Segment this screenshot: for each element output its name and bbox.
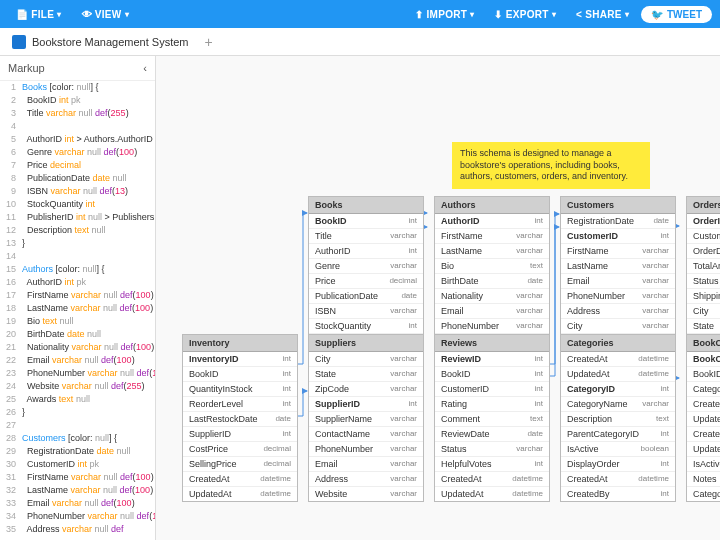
table-row[interactable]: QuantityInStockint	[183, 382, 297, 397]
table-row[interactable]: Pricedecimal	[309, 274, 423, 289]
table-row[interactable]: ShippingAddress	[687, 289, 720, 304]
table-row[interactable]: Ratingint	[435, 397, 549, 412]
table-row[interactable]: BookID	[687, 367, 720, 382]
table-row[interactable]: Emailvarchar	[435, 304, 549, 319]
tweet-button[interactable]: 🐦TWEET	[641, 6, 712, 23]
table-row[interactable]: CreatedBy	[687, 427, 720, 442]
table-row[interactable]: ReviewDatedate	[435, 427, 549, 442]
table-header[interactable]: Customers	[561, 197, 675, 214]
table-row[interactable]: SupplierNamevarchar	[309, 412, 423, 427]
table-row[interactable]: FirstNamevarchar	[561, 244, 675, 259]
table-header[interactable]: Authors	[435, 197, 549, 214]
table-row[interactable]: RegistrationDatedate	[561, 214, 675, 229]
table-row[interactable]: HelpfulVotesint	[435, 457, 549, 472]
table-row[interactable]: Commenttext	[435, 412, 549, 427]
sticky-note[interactable]: This schema is designed to manage a book…	[452, 142, 650, 189]
table-row[interactable]: SellingPricedecimal	[183, 457, 297, 472]
table-row[interactable]: Cityvarchar	[561, 319, 675, 334]
table-row[interactable]: UpdatedAtdatetime	[561, 367, 675, 382]
table-row[interactable]: OrderID	[687, 214, 720, 229]
tab-add-button[interactable]: +	[201, 34, 217, 50]
table-header[interactable]: Categories	[561, 335, 675, 352]
table-header[interactable]: Orders	[687, 197, 720, 214]
table-row[interactable]: Addressvarchar	[561, 304, 675, 319]
table-row[interactable]: DisplayOrderint	[561, 457, 675, 472]
table-row[interactable]: Emailvarchar	[309, 457, 423, 472]
share-menu[interactable]: <SHARE▾	[568, 5, 637, 24]
table-row[interactable]: ReviewIDint	[435, 352, 549, 367]
table-row[interactable]: IsActiveboolean	[561, 442, 675, 457]
table-row[interactable]: Addressvarchar	[309, 472, 423, 487]
tab-schema[interactable]: Bookstore Management System	[8, 35, 193, 49]
table-row[interactable]: CreatedAtdatetime	[183, 472, 297, 487]
table-row[interactable]: PhoneNumbervarchar	[561, 289, 675, 304]
collapse-icon[interactable]: ‹	[143, 62, 147, 74]
table-row[interactable]: City	[687, 304, 720, 319]
table-row[interactable]: ReorderLevelint	[183, 397, 297, 412]
table-categories[interactable]: CategoriesCreatedAtdatetimeUpdatedAtdate…	[560, 334, 676, 502]
table-row[interactable]: Notes	[687, 472, 720, 487]
canvas[interactable]: This schema is designed to manage a book…	[156, 56, 720, 540]
table-header[interactable]: Inventory	[183, 335, 297, 352]
table-row[interactable]: CreatedAtdatetime	[435, 472, 549, 487]
table-row[interactable]: Cityvarchar	[309, 352, 423, 367]
table-row[interactable]: AuthorIDint	[435, 214, 549, 229]
table-row[interactable]: LastRestockDatedate	[183, 412, 297, 427]
table-row[interactable]: SupplierIDint	[309, 397, 423, 412]
import-menu[interactable]: ⬆IMPORT▾	[407, 5, 482, 24]
table-row[interactable]: Status	[687, 274, 720, 289]
table-header[interactable]: Books	[309, 197, 423, 214]
table-row[interactable]: Biotext	[435, 259, 549, 274]
table-row[interactable]: BookIDint	[309, 214, 423, 229]
table-header[interactable]: Suppliers	[309, 335, 423, 352]
table-suppliers[interactable]: SuppliersCityvarcharStatevarcharZipCodev…	[308, 334, 424, 502]
export-menu[interactable]: ⬇EXPORT▾	[486, 5, 564, 24]
table-row[interactable]: Genrevarchar	[309, 259, 423, 274]
table-header[interactable]: Reviews	[435, 335, 549, 352]
view-menu[interactable]: 👁VIEW▾	[74, 5, 137, 24]
table-row[interactable]: BookCategoryID	[687, 352, 720, 367]
table-row[interactable]: CreatedAtdatetime	[561, 472, 675, 487]
table-row[interactable]: IsActive	[687, 457, 720, 472]
markup-editor[interactable]: 1Books [color: null] {2 BookID int pk3 T…	[0, 81, 155, 540]
table-row[interactable]: UpdatedAtdatetime	[435, 487, 549, 501]
table-row[interactable]: BirthDatedate	[435, 274, 549, 289]
table-row[interactable]: CategoryID	[687, 382, 720, 397]
table-row[interactable]: UpdatedAtdatetime	[183, 487, 297, 501]
table-row[interactable]: CostPricedecimal	[183, 442, 297, 457]
table-row[interactable]: FirstNamevarchar	[435, 229, 549, 244]
table-row[interactable]: Titlevarchar	[309, 229, 423, 244]
table-row[interactable]: AuthorIDint	[309, 244, 423, 259]
table-row[interactable]: Websitevarchar	[309, 487, 423, 501]
table-inventory[interactable]: InventoryInventoryIDintBookIDintQuantity…	[182, 334, 298, 502]
table-row[interactable]: BookIDint	[183, 367, 297, 382]
table-row[interactable]: Nationalityvarchar	[435, 289, 549, 304]
table-row[interactable]: OrderDate	[687, 244, 720, 259]
table-row[interactable]: PublicationDatedate	[309, 289, 423, 304]
table-row[interactable]: Statevarchar	[309, 367, 423, 382]
file-menu[interactable]: 📄FILE▾	[8, 5, 70, 24]
table-row[interactable]: InventoryIDint	[183, 352, 297, 367]
table-row[interactable]: ZipCodevarchar	[309, 382, 423, 397]
table-bookcategories[interactable]: BookCategoriesBookCategoryIDBookIDCatego…	[686, 334, 720, 502]
table-row[interactable]: LastNamevarchar	[435, 244, 549, 259]
table-row[interactable]: UpdatedAt	[687, 412, 720, 427]
table-row[interactable]: CustomerIDint	[435, 382, 549, 397]
table-row[interactable]: CategoryIDint	[561, 382, 675, 397]
table-row[interactable]: UpdatedBy	[687, 442, 720, 457]
table-row[interactable]: CreatedAtdatetime	[561, 352, 675, 367]
table-row[interactable]: BookIDint	[435, 367, 549, 382]
table-row[interactable]: PhoneNumbervarchar	[435, 319, 549, 334]
table-row[interactable]: Emailvarchar	[561, 274, 675, 289]
table-row[interactable]: Descriptiontext	[561, 412, 675, 427]
table-row[interactable]: CreatedByint	[561, 487, 675, 501]
table-row[interactable]: CustomerIDint	[561, 229, 675, 244]
table-row[interactable]: Statusvarchar	[435, 442, 549, 457]
table-header[interactable]: BookCategories	[687, 335, 720, 352]
table-row[interactable]: ParentCategoryIDint	[561, 427, 675, 442]
table-reviews[interactable]: ReviewsReviewIDintBookIDintCustomerIDint…	[434, 334, 550, 502]
table-row[interactable]: SupplierIDint	[183, 427, 297, 442]
table-row[interactable]: CategoryNamevarchar	[561, 397, 675, 412]
table-row[interactable]: ContactNamevarchar	[309, 427, 423, 442]
table-row[interactable]: TotalAmount	[687, 259, 720, 274]
